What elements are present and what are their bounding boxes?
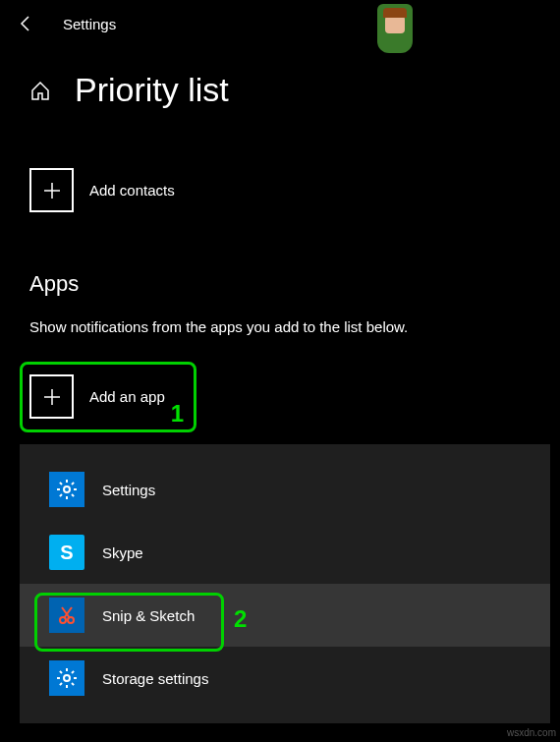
content-area: Add contacts Apps Show notifications fro… xyxy=(0,168,560,419)
skype-icon: S xyxy=(49,535,84,570)
page-title: Priority list xyxy=(75,71,229,109)
arrow-left-icon xyxy=(17,15,34,32)
gear-icon xyxy=(49,472,84,507)
app-item-storage[interactable]: Storage settings xyxy=(20,647,550,710)
apps-section-desc: Show notifications from the apps you add… xyxy=(29,318,531,335)
annotation-marker-2: 2 xyxy=(234,605,247,633)
home-icon[interactable] xyxy=(29,80,51,101)
add-contacts-button[interactable]: Add contacts xyxy=(29,168,531,212)
app-label: Skype xyxy=(102,544,143,561)
add-app-button[interactable]: Add an app xyxy=(29,374,531,419)
gear-icon xyxy=(49,660,84,696)
add-app-label: Add an app xyxy=(89,388,165,405)
header-bar: Settings xyxy=(0,0,560,47)
back-button[interactable] xyxy=(16,14,35,33)
svg-point-4 xyxy=(64,486,70,492)
app-label: Settings xyxy=(102,482,155,498)
plus-icon xyxy=(29,168,74,212)
page-title-row: Priority list xyxy=(0,47,560,129)
add-contacts-label: Add contacts xyxy=(89,182,175,199)
app-item-snip-sketch[interactable]: Snip & Sketch xyxy=(20,584,550,647)
apps-section-heading: Apps xyxy=(29,271,531,297)
app-label: Storage settings xyxy=(102,670,208,687)
svg-point-9 xyxy=(64,675,70,681)
plus-icon xyxy=(29,374,74,419)
app-picker-dropdown: Settings S Skype Snip & Sketch Storage s… xyxy=(20,444,550,723)
user-avatar[interactable] xyxy=(377,4,413,53)
app-item-skype[interactable]: S Skype xyxy=(20,521,550,584)
app-label: Snip & Sketch xyxy=(102,607,195,624)
app-item-settings[interactable]: Settings xyxy=(20,458,550,521)
watermark: wsxdn.com xyxy=(507,727,556,738)
snip-icon xyxy=(49,598,84,633)
header-title: Settings xyxy=(63,16,116,32)
